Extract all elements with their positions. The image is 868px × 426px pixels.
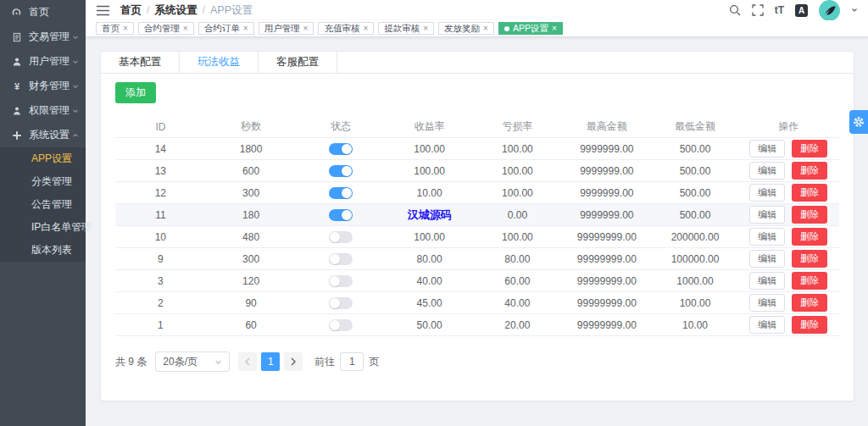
close-icon[interactable]: × — [423, 25, 428, 33]
status-toggle[interactable] — [329, 297, 353, 309]
tab-play-yield[interactable]: 玩法收益 — [180, 52, 259, 73]
edit-button[interactable]: 编辑 — [749, 250, 785, 268]
settings-fab[interactable] — [849, 110, 868, 134]
tab-customer-service[interactable]: 客服配置 — [259, 52, 337, 73]
delete-button[interactable]: 删除 — [792, 162, 827, 180]
search-icon[interactable] — [729, 4, 741, 16]
delete-button[interactable]: 删除 — [792, 294, 827, 312]
close-icon[interactable]: × — [303, 25, 309, 33]
delete-button[interactable]: 删除 — [792, 206, 827, 224]
cell-yield: 10.00 — [386, 187, 474, 199]
edit-button[interactable]: 编辑 — [749, 272, 785, 290]
edit-button[interactable]: 编辑 — [749, 140, 785, 158]
cell-min-amount: 500.00 — [653, 143, 738, 155]
svg-text:¥: ¥ — [14, 81, 19, 91]
status-toggle[interactable] — [329, 253, 353, 265]
sidebar-item-system[interactable]: 系统设置 — [0, 123, 86, 147]
cell-id: 3 — [115, 275, 206, 287]
status-toggle[interactable] — [329, 231, 353, 243]
close-icon[interactable]: × — [363, 25, 368, 33]
add-button[interactable]: 添加 — [115, 82, 156, 103]
table-row: 141800100.00100.009999999.00500.00编辑删除 — [115, 138, 839, 160]
status-toggle[interactable] — [329, 165, 353, 177]
cell-loss: 20.00 — [474, 319, 561, 331]
cell-id: 13 — [115, 165, 206, 177]
delete-button[interactable]: 删除 — [792, 184, 827, 202]
nav-tag-4[interactable]: 充值审核× — [318, 22, 374, 35]
nav-tag-6[interactable]: 发放奖励× — [438, 22, 494, 35]
text-size-icon[interactable]: tT — [775, 5, 784, 15]
sidebar-item-home[interactable]: 首页 — [0, 0, 86, 25]
chevron-left-icon — [244, 357, 251, 366]
edit-button[interactable]: 编辑 — [749, 294, 785, 312]
card-tabs: 基本配置 玩法收益 客服配置 — [101, 52, 854, 74]
status-toggle[interactable] — [329, 187, 353, 199]
delete-button[interactable]: 删除 — [792, 316, 827, 334]
hamburger-icon[interactable] — [97, 5, 109, 16]
language-icon[interactable]: A — [795, 4, 808, 17]
table-row: 312040.0060.0099999999.001000.00编辑删除 — [115, 270, 839, 292]
page-size-select[interactable]: 20条/页 — [155, 351, 230, 372]
status-toggle[interactable] — [329, 275, 353, 287]
breadcrumb-home[interactable]: 首页 — [120, 3, 142, 18]
prev-page-button[interactable] — [238, 352, 257, 371]
avatar[interactable] — [819, 0, 840, 21]
cell-min-amount: 100000.00 — [653, 253, 738, 265]
sidebar-subitem-ip-whitelist[interactable]: IP白名单管理 — [0, 216, 86, 239]
edit-button[interactable]: 编辑 — [749, 228, 785, 246]
nav-tag-label: 合约订单 — [204, 23, 240, 35]
cell-yield: 40.00 — [386, 275, 474, 287]
close-icon[interactable]: × — [243, 25, 248, 33]
chevron-down-icon — [214, 358, 222, 366]
sidebar-item-trade[interactable]: 交易管理 — [0, 25, 86, 49]
sidebar-subitem-version-list[interactable]: 版本列表 — [0, 239, 86, 262]
sidebar-subitem-app-settings[interactable]: APP设置 — [0, 147, 86, 170]
column-header-3: 收益率 — [386, 119, 474, 134]
fullscreen-icon[interactable] — [752, 4, 764, 16]
delete-button[interactable]: 删除 — [792, 272, 827, 290]
goto-label: 前往 — [314, 355, 335, 369]
breadcrumb-system-settings[interactable]: 系统设置 — [154, 3, 197, 18]
status-toggle[interactable] — [329, 319, 353, 331]
edit-button[interactable]: 编辑 — [749, 184, 785, 202]
table-row: 10480100.00100.0099999999.00200000.00编辑删… — [115, 226, 839, 248]
close-icon[interactable]: × — [552, 25, 557, 33]
sidebar-item-finance[interactable]: ¥财务管理 — [0, 74, 86, 98]
nav-tag-0[interactable]: 首页× — [96, 22, 134, 35]
close-icon[interactable]: × — [183, 25, 188, 33]
edit-button[interactable]: 编辑 — [749, 162, 785, 180]
status-toggle[interactable] — [329, 143, 353, 155]
nav-tag-1[interactable]: 合约管理× — [138, 22, 194, 35]
edit-button[interactable]: 编辑 — [749, 316, 785, 334]
cell-seconds: 180 — [206, 209, 297, 221]
nav-tag-2[interactable]: 合约订单× — [198, 22, 254, 35]
page-1-button[interactable]: 1 — [261, 352, 280, 371]
close-icon[interactable]: × — [123, 25, 128, 33]
chevron-down-icon — [72, 58, 79, 65]
goto-page-input[interactable] — [340, 352, 364, 371]
cell-actions: 编辑删除 — [737, 316, 839, 334]
next-page-button[interactable] — [284, 352, 303, 371]
delete-button[interactable]: 删除 — [792, 228, 827, 246]
tab-basic-config[interactable]: 基本配置 — [101, 52, 180, 73]
toggle-knob — [342, 210, 352, 220]
chevron-down-icon — [72, 83, 79, 90]
cell-actions: 编辑删除 — [737, 140, 839, 158]
cell-actions: 编辑删除 — [737, 228, 839, 246]
edit-button[interactable]: 编辑 — [749, 206, 785, 224]
sidebar-subitem-category[interactable]: 分类管理 — [0, 170, 86, 193]
close-icon[interactable]: × — [483, 25, 488, 33]
sidebar-item-permission[interactable]: 权限管理 — [0, 98, 86, 123]
status-toggle[interactable] — [329, 209, 353, 221]
nav-tag-5[interactable]: 提款审核× — [378, 22, 434, 35]
nav-tag-3[interactable]: 用户管理× — [259, 22, 314, 35]
delete-button[interactable]: 删除 — [792, 140, 827, 158]
delete-button[interactable]: 删除 — [792, 250, 827, 268]
top-navbar: 首页 / 系统设置 / APP设置 tT A — [86, 0, 868, 20]
chevron-down-icon[interactable] — [851, 7, 858, 14]
card-body: 添加 ID秒数状态收益率亏损率最高金额最低金额操作141800100.00100… — [101, 74, 854, 372]
nav-tag-7[interactable]: APP设置× — [498, 22, 563, 35]
cell-min-amount: 500.00 — [653, 209, 738, 221]
sidebar-subitem-announcement[interactable]: 公告管理 — [0, 193, 86, 216]
sidebar-item-user[interactable]: 用户管理 — [0, 49, 86, 74]
